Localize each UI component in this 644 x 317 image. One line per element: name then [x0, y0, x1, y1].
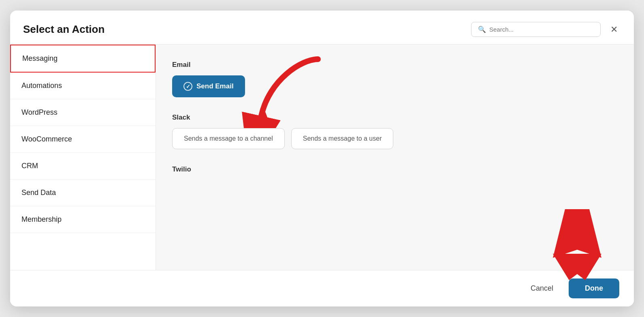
modal-body: Messaging Automations WordPress WooComme…	[10, 44, 634, 270]
slack-user-button[interactable]: Sends a message to a user	[291, 128, 394, 149]
email-actions-row: ✓ Send Email	[172, 75, 618, 101]
close-button[interactable]: ✕	[607, 23, 621, 36]
sidebar-item-membership[interactable]: Membership	[10, 206, 156, 233]
modal-footer: Cancel Done	[10, 270, 634, 306]
search-icon: 🔍	[478, 26, 486, 33]
modal-overlay: Select an Action 🔍 ✕ Messaging Automatio…	[0, 0, 644, 317]
sidebar-item-messaging[interactable]: Messaging	[10, 45, 156, 73]
email-section-label: Email	[172, 61, 618, 69]
slack-channel-button[interactable]: Sends a message to a channel	[172, 128, 285, 149]
sidebar-item-send-data[interactable]: Send Data	[10, 180, 156, 206]
search-input[interactable]	[489, 26, 594, 33]
modal-header: Select an Action 🔍 ✕	[10, 11, 634, 44]
cancel-button[interactable]: Cancel	[523, 280, 561, 297]
sidebar: Messaging Automations WordPress WooComme…	[10, 45, 156, 270]
search-box: 🔍	[471, 22, 601, 37]
send-email-label: Send Email	[196, 82, 234, 90]
check-icon: ✓	[183, 82, 192, 91]
sidebar-item-crm[interactable]: CRM	[10, 153, 156, 180]
slack-user-label: Sends a message to a user	[303, 135, 382, 142]
done-button[interactable]: Done	[569, 278, 619, 298]
sidebar-item-woocommerce[interactable]: WooCommerce	[10, 126, 156, 153]
modal-title: Select an Action	[23, 23, 104, 36]
send-email-button[interactable]: ✓ Send Email	[172, 75, 245, 97]
slack-section-label: Slack	[172, 114, 618, 122]
main-content: Email ✓ Send Email Slack Sends a message…	[156, 45, 634, 270]
sidebar-item-automations[interactable]: Automations	[10, 73, 156, 99]
sidebar-item-wordpress[interactable]: WordPress	[10, 99, 156, 126]
twilio-section-label: Twilio	[172, 165, 618, 173]
slack-channel-label: Sends a message to a channel	[184, 135, 273, 142]
header-right: 🔍 ✕	[471, 22, 621, 37]
modal: Select an Action 🔍 ✕ Messaging Automatio…	[10, 11, 634, 306]
slack-actions-row: Sends a message to a channel Sends a mes…	[172, 128, 618, 152]
